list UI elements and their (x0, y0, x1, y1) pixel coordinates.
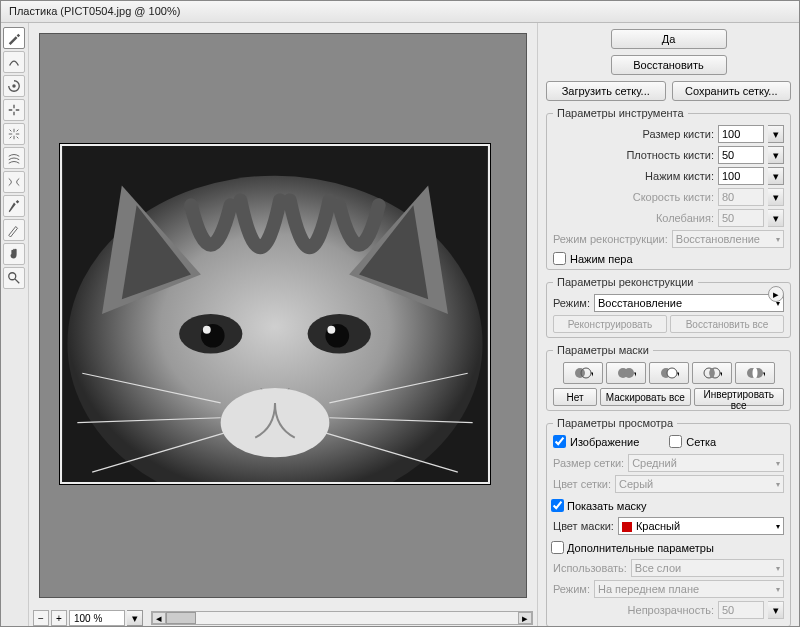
twirl-tool[interactable] (3, 75, 25, 97)
jitter-dropdown: ▾ (768, 209, 784, 227)
brush-size-dropdown[interactable]: ▾ (768, 125, 784, 143)
expand-reconstruction-icon[interactable]: ▸ (768, 286, 784, 302)
svg-text:▾: ▾ (591, 368, 593, 380)
svg-point-22 (667, 368, 677, 378)
svg-text:▾: ▾ (634, 368, 636, 380)
image-checkbox[interactable] (553, 435, 566, 448)
zoom-in-button[interactable]: + (51, 610, 67, 626)
image-label: Изображение (570, 436, 639, 448)
tool-palette (1, 23, 29, 627)
tool-options-group: Параметры инструмента Размер кисти:▾ Пло… (546, 107, 791, 270)
mask-subtract-button[interactable]: ▾ (649, 362, 689, 384)
show-mask-label: Показать маску (567, 500, 646, 512)
freeze-mask-tool[interactable] (3, 219, 25, 241)
recon-mode-label: Режим реконструкции: (553, 233, 668, 245)
pen-pressure-label: Нажим пера (570, 253, 633, 265)
zoom-value[interactable]: 100 % (69, 610, 125, 626)
recon-mode-select: Восстановление▾ (672, 230, 784, 248)
hand-tool[interactable] (3, 243, 25, 265)
mirror-tool[interactable] (3, 171, 25, 193)
svg-point-1 (9, 273, 16, 280)
opacity-input (718, 601, 764, 619)
brush-speed-label: Скорость кисти: (633, 191, 714, 203)
mask-intersect-button[interactable]: ▾ (692, 362, 732, 384)
canvas-footer: − + 100 % ▾ ◂ ▸ (29, 608, 537, 627)
mesh-color-label: Цвет сетки: (553, 478, 611, 490)
horizontal-scrollbar[interactable]: ◂ ▸ (151, 611, 533, 625)
restore-all-button: Восстановить все (670, 315, 784, 333)
bloat-tool[interactable] (3, 123, 25, 145)
mask-color-label: Цвет маски: (553, 520, 614, 532)
brush-speed-dropdown: ▾ (768, 188, 784, 206)
warp-tool[interactable] (3, 27, 25, 49)
svg-point-15 (575, 368, 585, 378)
pen-pressure-checkbox[interactable] (553, 252, 566, 265)
show-mask-checkbox[interactable] (551, 499, 564, 512)
zoom-tool[interactable] (3, 267, 25, 289)
restore-button[interactable]: Восстановить (611, 55, 727, 75)
pucker-tool[interactable] (3, 99, 25, 121)
additional-checkbox[interactable] (551, 541, 564, 554)
svg-point-19 (624, 368, 634, 378)
tool-options-legend: Параметры инструмента (553, 107, 688, 119)
use-label: Использовать: (553, 562, 627, 574)
svg-point-0 (12, 84, 16, 88)
turbulence-tool[interactable] (3, 195, 25, 217)
mesh-size-label: Размер сетки: (553, 457, 624, 469)
svg-point-12 (203, 326, 211, 334)
mode-select[interactable]: Восстановление▾ (594, 294, 784, 312)
svg-text:▾: ▾ (677, 368, 679, 380)
brush-speed-input (718, 188, 764, 206)
jitter-label: Колебания: (656, 212, 714, 224)
ok-button[interactable]: Да (611, 29, 727, 49)
image-preview (60, 144, 490, 484)
mask-replace-button[interactable]: ▾ (563, 362, 603, 384)
jitter-input (718, 209, 764, 227)
canvas[interactable] (39, 33, 527, 598)
mode2-label: Режим: (553, 583, 590, 595)
push-left-tool[interactable] (3, 147, 25, 169)
reconstruction-group: Параметры реконструкции ▸ Режим:Восстано… (546, 276, 791, 338)
opacity-label: Непрозрачность: (628, 604, 714, 616)
svg-point-14 (221, 388, 330, 457)
svg-point-13 (327, 326, 335, 334)
mesh-label: Сетка (686, 436, 716, 448)
brush-density-dropdown[interactable]: ▾ (768, 146, 784, 164)
brush-pressure-dropdown[interactable]: ▾ (768, 167, 784, 185)
load-mesh-button[interactable]: Загрузить сетку... (546, 81, 666, 101)
reconstruction-legend: Параметры реконструкции (553, 276, 698, 288)
view-legend: Параметры просмотра (553, 417, 677, 429)
scroll-right-arrow[interactable]: ▸ (518, 612, 532, 624)
mask-none-button[interactable]: Нет (553, 388, 597, 406)
zoom-dropdown[interactable]: ▾ (127, 610, 143, 626)
mask-legend: Параметры маски (553, 344, 653, 356)
save-mesh-button[interactable]: Сохранить сетку... (672, 81, 792, 101)
reconstruct-tool[interactable] (3, 51, 25, 73)
options-panel: Да Восстановить Загрузить сетку... Сохра… (537, 23, 799, 627)
brush-density-label: Плотность кисти: (626, 149, 714, 161)
mask-add-button[interactable]: ▾ (606, 362, 646, 384)
mask-color-select[interactable]: Красный▾ (618, 517, 784, 535)
zoom-out-button[interactable]: − (33, 610, 49, 626)
brush-size-label: Размер кисти: (642, 128, 714, 140)
mask-all-button[interactable]: Маскировать все (600, 388, 691, 406)
mesh-color-select: Серый▾ (615, 475, 784, 493)
additional-label: Дополнительные параметры (567, 542, 714, 554)
svg-text:▾: ▾ (763, 368, 765, 380)
invert-all-button[interactable]: Инвертировать все (694, 388, 785, 406)
mesh-size-select: Средний▾ (628, 454, 784, 472)
mask-exclude-button[interactable]: ▾ (735, 362, 775, 384)
view-group: Параметры просмотра Изображение Сетка Ра… (546, 417, 791, 627)
reconstruct-button: Реконструировать (553, 315, 667, 333)
svg-point-30 (752, 368, 757, 378)
brush-size-input[interactable] (718, 125, 764, 143)
mode-label: Режим: (553, 297, 590, 309)
svg-point-26 (709, 368, 714, 378)
mesh-checkbox[interactable] (669, 435, 682, 448)
scroll-left-arrow[interactable]: ◂ (152, 612, 166, 624)
brush-density-input[interactable] (718, 146, 764, 164)
brush-pressure-label: Нажим кисти: (645, 170, 714, 182)
window-title: Пластика (PICT0504.jpg @ 100%) (1, 1, 799, 23)
svg-text:▾: ▾ (720, 368, 722, 380)
brush-pressure-input[interactable] (718, 167, 764, 185)
